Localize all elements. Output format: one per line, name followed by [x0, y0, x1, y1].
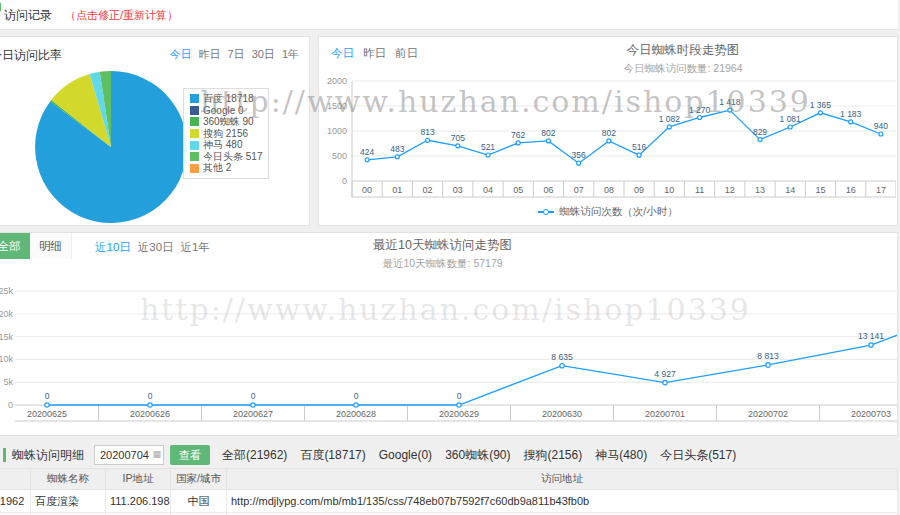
- hourly-range-link-2[interactable]: 前日: [395, 47, 418, 59]
- svg-text:829: 829: [753, 127, 767, 137]
- svg-text:20200703: 20200703: [851, 409, 891, 419]
- pie-range-link-4[interactable]: 1年: [282, 48, 299, 60]
- svg-text:1 183: 1 183: [840, 109, 862, 119]
- svg-text:500: 500: [332, 151, 347, 161]
- daily-range-link-1[interactable]: 近30日: [138, 241, 174, 253]
- svg-text:705: 705: [451, 133, 465, 143]
- svg-text:09: 09: [634, 185, 644, 195]
- spider-filter-5[interactable]: 神马(480): [595, 448, 647, 462]
- spider-filter-1[interactable]: 百度(18717): [300, 448, 365, 462]
- svg-text:1000: 1000: [327, 126, 347, 136]
- daily-range-links: 近10日近30日近1年: [88, 240, 210, 255]
- svg-text:10: 10: [664, 185, 674, 195]
- legend-label: 百度 18718: [203, 92, 254, 106]
- svg-text:17: 17: [876, 185, 886, 195]
- daily-tabs: 全部 明细: [0, 233, 72, 259]
- calendar-icon: ▦: [152, 449, 161, 459]
- svg-text:1 270: 1 270: [689, 105, 711, 115]
- pie-range-links: 今日昨日7日30日1年: [163, 47, 300, 62]
- spider-filter-6[interactable]: 今日头条(517): [660, 448, 736, 462]
- pie-range-link-3[interactable]: 30日: [252, 48, 275, 60]
- svg-text:0: 0: [45, 391, 50, 401]
- svg-text:424: 424: [360, 147, 374, 157]
- spider-filters: 全部(21962)百度(18717)Google(0)360蜘蛛(90)搜狗(2…: [222, 447, 749, 464]
- svg-text:20200630: 20200630: [542, 409, 582, 419]
- table-header-row: 蜘蛛名称IP地址国家/城市访问地址: [0, 469, 898, 490]
- spider-filter-4[interactable]: 搜狗(2156): [524, 448, 583, 462]
- cell-seq: 21962: [0, 490, 31, 513]
- tab-visit-records[interactable]: 访问记录: [4, 0, 52, 30]
- hourly-spider-line-chart: 0500100015002000000102030405060708091011…: [322, 71, 896, 201]
- svg-text:0: 0: [342, 176, 347, 186]
- svg-text:25k: 25k: [0, 286, 13, 296]
- svg-text:802: 802: [541, 128, 555, 138]
- daily-range-link-2[interactable]: 近1年: [181, 241, 210, 253]
- top-charts-row: 今日访问比率 今日昨日7日30日1年 百度 18718Google 0360蜘蛛…: [0, 36, 898, 226]
- svg-text:15: 15: [815, 185, 825, 195]
- recalculate-link[interactable]: （点击修正/重新计算）: [65, 0, 178, 30]
- svg-text:0: 0: [251, 391, 256, 401]
- legend-label: 其他 2: [203, 161, 231, 175]
- svg-text:11: 11: [695, 185, 704, 195]
- view-button[interactable]: 查看: [170, 445, 210, 465]
- spider-filter-0[interactable]: 全部(21962): [222, 448, 287, 462]
- svg-text:13: 13: [755, 185, 765, 195]
- pie-legend-item-6[interactable]: 其他 2: [190, 163, 262, 175]
- hourly-range-link-1[interactable]: 昨日: [363, 47, 386, 59]
- svg-text:05: 05: [513, 185, 523, 195]
- svg-text:1 081: 1 081: [780, 114, 802, 124]
- spider-table: 蜘蛛名称IP地址国家/城市访问地址 21962百度渲染111.206.198.1…: [0, 468, 898, 515]
- svg-text:20200625: 20200625: [27, 409, 67, 419]
- svg-text:0: 0: [457, 391, 462, 401]
- date-field-wrap: ▦: [94, 445, 164, 465]
- legend-swatch: [190, 152, 199, 161]
- svg-text:0: 0: [354, 391, 359, 401]
- hourly-range-link-0[interactable]: 今日: [331, 47, 354, 59]
- table-header-1: 蜘蛛名称: [31, 469, 106, 490]
- table-header-4: 访问地址: [227, 469, 898, 490]
- hourly-range-links: 今日昨日前日: [331, 46, 427, 61]
- svg-text:20200628: 20200628: [336, 409, 376, 419]
- details-section-title: 蜘蛛访问明细: [12, 447, 84, 464]
- svg-text:8 635: 8 635: [551, 352, 573, 362]
- spider-filter-3[interactable]: 360蜘蛛(90): [445, 448, 510, 462]
- pie-range-link-1[interactable]: 昨日: [199, 48, 221, 60]
- pie-panel: 今日访问比率 今日昨日7日30日1年 百度 18718Google 0360蜘蛛…: [0, 36, 310, 226]
- svg-text:20200629: 20200629: [439, 409, 479, 419]
- spider-filter-2[interactable]: Google(0): [379, 448, 432, 462]
- tab-detail[interactable]: 明细: [30, 233, 72, 259]
- hourly-panel: 今日昨日前日 今日蜘蛛时段走势图 今日蜘蛛访问数量: 21964 0500100…: [318, 36, 898, 226]
- svg-text:10k: 10k: [0, 354, 13, 364]
- svg-text:08: 08: [604, 185, 614, 195]
- svg-text:1500: 1500: [327, 101, 347, 111]
- svg-text:20200701: 20200701: [645, 409, 685, 419]
- daily-panel: 全部 明细 近10日近30日近1年 最近10天蜘蛛访问走势图 最近10天蜘蛛数量…: [0, 232, 898, 436]
- table-header-3: 国家/城市: [171, 469, 227, 490]
- daily-range-link-0[interactable]: 近10日: [95, 241, 131, 253]
- svg-text:802: 802: [602, 128, 616, 138]
- cell-country: 中国: [171, 490, 227, 513]
- svg-text:813: 813: [421, 127, 435, 137]
- pie-legend-item-0[interactable]: 百度 18718: [190, 93, 262, 105]
- tab-all[interactable]: 全部: [0, 233, 30, 259]
- ten-day-spider-line-chart: 05k10k15k20k25k2020062520200626202006272…: [0, 267, 897, 425]
- pie-range-link-0[interactable]: 今日: [170, 48, 192, 60]
- hourly-legend-label: 蜘蛛访问次数（次/小时）: [559, 205, 677, 217]
- svg-text:20200626: 20200626: [130, 409, 170, 419]
- section-accent-bar: [3, 448, 6, 462]
- svg-text:4 927: 4 927: [654, 369, 676, 379]
- svg-text:483: 483: [390, 144, 404, 154]
- pie-range-link-2[interactable]: 7日: [228, 48, 245, 60]
- dashboard-page: 访问记录 （点击修正/重新计算） 今日访问比率 今日昨日7日30日1年 百度 1…: [0, 0, 900, 515]
- svg-text:1 082: 1 082: [659, 114, 681, 124]
- svg-text:0: 0: [8, 400, 13, 410]
- svg-text:1 365: 1 365: [810, 100, 832, 110]
- table-row[interactable]: 21962百度渲染111.206.198.14中国http://mdjlypg.…: [0, 490, 898, 513]
- top-tabbar: 访问记录 （点击修正/重新计算）: [0, 0, 898, 30]
- cell-name: 百度渲染: [31, 490, 106, 513]
- svg-text:8 813: 8 813: [757, 351, 779, 361]
- svg-text:521: 521: [481, 142, 495, 152]
- cell-url[interactable]: http://mdjlypg.com/mb/mb1/135/css/748eb0…: [227, 490, 898, 513]
- hourly-chart-legend[interactable]: 蜘蛛访问次数（次/小时）: [319, 205, 897, 219]
- svg-text:15k: 15k: [0, 332, 13, 342]
